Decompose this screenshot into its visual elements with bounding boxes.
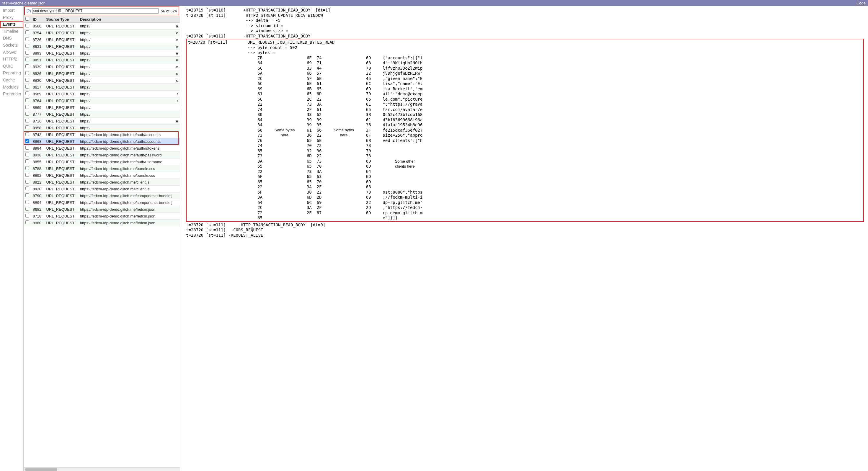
col-id[interactable]: ID — [31, 16, 44, 23]
row-checkbox[interactable] — [25, 193, 29, 197]
row-checkbox[interactable] — [25, 119, 29, 123]
row-trail: e — [174, 63, 180, 70]
row-checkbox[interactable] — [25, 51, 29, 55]
row-checkbox[interactable] — [25, 105, 29, 109]
row-checkbox[interactable] — [25, 44, 29, 48]
table-row[interactable]: 8984URL_REQUESThttps://fedcm-idp-demo.gl… — [24, 145, 180, 152]
events-hscroll[interactable] — [24, 467, 180, 471]
titlebar-code-link[interactable]: Code — [857, 1, 866, 5]
table-row[interactable]: 8754URL_REQUESThttps:/c — [24, 30, 180, 36]
row-trail: c — [174, 77, 180, 84]
row-source: URL_REQUEST — [44, 91, 78, 97]
row-source: URL_REQUEST — [44, 152, 78, 158]
table-row[interactable]: 8893URL_REQUESThttps:/e — [24, 50, 180, 57]
row-checkbox[interactable] — [25, 132, 29, 136]
row-checkbox[interactable] — [25, 85, 29, 89]
row-checkbox[interactable] — [25, 125, 29, 129]
sidebar-item-proxy[interactable]: Proxy — [0, 14, 23, 21]
table-row[interactable]: 8743URL_REQUESThttps://fedcm-idp-demo.gl… — [24, 131, 180, 138]
row-source: URL_REQUEST — [44, 158, 78, 165]
table-row[interactable]: 8589URL_REQUESThttps:/r — [24, 91, 180, 97]
row-checkbox[interactable] — [25, 64, 29, 68]
row-trail: a — [174, 23, 180, 30]
row-checkbox[interactable] — [25, 24, 29, 27]
row-checkbox[interactable] — [25, 58, 29, 61]
table-row[interactable]: 8682URL_REQUESThttps://fedcm-idp-demo.gl… — [24, 206, 180, 213]
table-row[interactable]: 8617URL_REQUESThttps:/ — [24, 84, 180, 91]
row-source: URL_REQUEST — [44, 63, 78, 70]
filter-input[interactable] — [32, 8, 159, 13]
row-checkbox[interactable] — [25, 71, 29, 75]
table-row[interactable]: 8631URL_REQUESThttps:/e — [24, 43, 180, 50]
row-trail — [174, 186, 180, 192]
row-desc: https:/ — [78, 57, 174, 63]
row-checkbox[interactable] — [25, 187, 29, 190]
row-checkbox[interactable] — [25, 207, 29, 211]
table-row[interactable]: 8920URL_REQUESThttps://fedcm-idp-demo.gl… — [24, 186, 180, 192]
row-checkbox[interactable] — [25, 180, 29, 184]
log-line: t=28720 [st=111] -HTTP_TRANSACTION_READ_… — [186, 34, 865, 39]
table-row[interactable]: 8764URL_REQUESThttps:/r — [24, 97, 180, 104]
row-id: 8939 — [31, 63, 44, 70]
row-checkbox[interactable] — [25, 159, 29, 163]
sidebar-item-dns[interactable]: DNS — [0, 35, 23, 42]
row-checkbox[interactable] — [25, 200, 29, 204]
table-row[interactable]: 8716URL_REQUESThttps:/e — [24, 118, 180, 125]
detail-panel[interactable]: t=28719 [st=110] +HTTP_TRANSACTION_READ_… — [180, 6, 868, 467]
row-checkbox[interactable] — [25, 139, 29, 143]
sidebar-item-prerender[interactable]: Prerender — [0, 91, 23, 98]
table-row[interactable]: 8726URL_REQUESThttps:/e — [24, 36, 180, 43]
col-source[interactable]: Source Type — [44, 16, 78, 23]
row-checkbox[interactable] — [25, 153, 29, 156]
table-row[interactable]: 8851URL_REQUESThttps:/e — [24, 57, 180, 63]
sidebar-item-timeline[interactable]: Timeline — [0, 28, 23, 35]
sidebar-item-import[interactable]: Import — [0, 7, 23, 14]
row-checkbox[interactable] — [25, 78, 29, 82]
table-row[interactable]: 8926URL_REQUESThttps:/c — [24, 70, 180, 77]
table-row[interactable]: 8777URL_REQUESThttps:/ — [24, 111, 180, 118]
sidebar-item-altsvc[interactable]: Alt-Svc — [0, 49, 23, 56]
row-desc: https:/ — [78, 50, 174, 57]
row-checkbox[interactable] — [25, 112, 29, 116]
events-table-wrap[interactable]: ID Source Type Description 8568URL_REQUE… — [24, 16, 180, 467]
table-row[interactable]: 8718URL_REQUESThttps://fedcm-idp-demo.gl… — [24, 213, 180, 220]
table-row[interactable]: 8939URL_REQUESThttps:/e — [24, 63, 180, 70]
row-checkbox[interactable] — [25, 92, 29, 95]
row-checkbox[interactable] — [25, 30, 29, 34]
sidebar-item-events[interactable]: Events — [0, 21, 23, 28]
table-row[interactable]: 8958URL_REQUESThttps:/ — [24, 125, 180, 131]
row-source: URL_REQUEST — [44, 165, 78, 172]
hscroll-thumb[interactable] — [25, 468, 57, 471]
table-row[interactable]: 8892URL_REQUESThttps://fedcm-idp-demo.gl… — [24, 172, 180, 179]
row-checkbox[interactable] — [25, 146, 29, 150]
table-row[interactable]: 8830URL_REQUESThttps:/c — [24, 77, 180, 84]
row-checkbox[interactable] — [25, 37, 29, 41]
table-row[interactable]: 8855URL_REQUESThttps://fedcm-idp-demo.gl… — [24, 158, 180, 165]
row-checkbox[interactable] — [25, 173, 29, 177]
col-desc[interactable]: Description — [78, 16, 174, 23]
row-checkbox[interactable] — [25, 220, 29, 224]
row-id: 8718 — [31, 213, 44, 220]
sidebar-item-sockets[interactable]: Sockets — [0, 42, 23, 49]
row-checkbox[interactable] — [25, 214, 29, 218]
table-row[interactable]: 8938URL_REQUESThttps://fedcm-idp-demo.gl… — [24, 152, 180, 158]
sidebar-item-modules[interactable]: Modules — [0, 84, 23, 91]
table-row[interactable]: 8822URL_REQUESThttps://fedcm-idp-demo.gl… — [24, 179, 180, 186]
row-checkbox[interactable] — [25, 98, 29, 102]
table-row[interactable]: 8968URL_REQUESThttps://fedcm-idp-demo.gl… — [24, 138, 180, 145]
table-row[interactable]: 8869URL_REQUESThttps:/ — [24, 104, 180, 111]
sidebar-item-http2[interactable]: HTTP/2 — [0, 56, 23, 63]
table-row[interactable]: 8790URL_REQUESThttps://fedcm-idp-demo.gl… — [24, 192, 180, 199]
table-row[interactable]: 8894URL_REQUESThttps://fedcm-idp-demo.gl… — [24, 199, 180, 206]
col-checkbox[interactable] — [24, 16, 31, 23]
table-row[interactable]: 8960URL_REQUESThttps://fedcm-idp-demo.gl… — [24, 220, 180, 226]
filter-help-link[interactable]: (?) — [27, 9, 31, 13]
table-row[interactable]: 8568URL_REQUESThttps:/a — [24, 23, 180, 30]
table-row[interactable]: 8788URL_REQUESThttps://fedcm-idp-demo.gl… — [24, 165, 180, 172]
filter-row: (?) 56 of 524 — [24, 6, 179, 15]
row-checkbox[interactable] — [25, 166, 29, 170]
sidebar-item-reporting[interactable]: Reporting — [0, 70, 23, 77]
sidebar-item-quic[interactable]: QUIC — [0, 63, 23, 70]
sidebar-item-cache[interactable]: Cache — [0, 77, 23, 84]
select-all-checkbox[interactable] — [25, 17, 29, 21]
